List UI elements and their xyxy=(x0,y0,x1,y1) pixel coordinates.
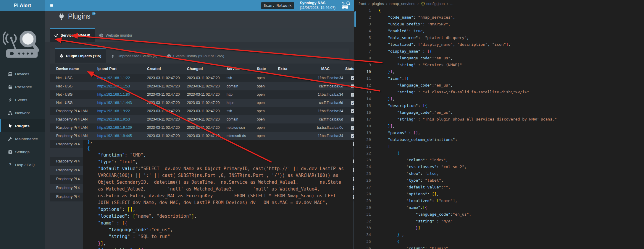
code-line: "css_classes": "col-sm-2", xyxy=(379,163,467,170)
line-number: 21 xyxy=(354,143,371,150)
col-header-status[interactable]: Status xyxy=(345,67,354,71)
breadcrumb-item-[interactable]: ... xyxy=(450,1,453,6)
sidebar-item-presence[interactable]: Presence xyxy=(0,80,45,93)
sidebar-item-network[interactable]: Network xyxy=(0,106,45,119)
subtab-unprocessed-events-0[interactable]: Unprocessed Events (0) xyxy=(106,48,162,63)
col-header-extra[interactable]: Extra xyxy=(278,67,287,71)
code-line: "default_value":"SELECT dv.dev_Name as O… xyxy=(87,165,353,172)
cell-mac: 1f:ba:ff:ca:ba:34 xyxy=(302,109,343,113)
row-checkbox[interactable]: ✔ xyxy=(351,109,354,113)
code-line: "name" : [{ xyxy=(87,220,353,227)
line-number: 36 xyxy=(354,245,371,249)
cell-changed: 2023-03-11 02:47:20 xyxy=(187,117,220,121)
code-line: "string" : "N/A" xyxy=(379,218,453,224)
line-number: 12 xyxy=(354,82,371,89)
row-checkbox[interactable]: ✔ xyxy=(351,93,354,97)
subtab-plugin-objects-115[interactable]: Plugin Objects (115) xyxy=(55,48,106,63)
ip-port-link[interactable]: http://192.168.1.9:445 xyxy=(97,134,132,138)
host-timestamp: (11/03/2023, 15:46:07) xyxy=(300,6,335,10)
breadcrumb-item-nmap-services[interactable]: nmap_services xyxy=(390,1,415,6)
breadcrumb: front›plugins›nmap_services›{}config.jso… xyxy=(354,0,644,7)
code-line: "function": "CMD", xyxy=(87,152,353,159)
col-header-created[interactable]: Created xyxy=(147,67,161,71)
brand-logo[interactable]: Pi.Alert xyxy=(0,0,45,11)
code-line: "language_code":"en_us", xyxy=(379,55,453,61)
code-line: }], xyxy=(379,123,395,129)
ip-port-link[interactable]: http://192.168.1.1:443 xyxy=(97,101,132,105)
line-number: 2 xyxy=(354,14,371,21)
ip-port-link[interactable]: http://192.168.1.1:53 xyxy=(97,84,130,88)
help-badge[interactable]: ? xyxy=(92,12,96,15)
code-line: "name":[{ xyxy=(379,204,427,211)
sidebar-item-plugins[interactable]: Plugins xyxy=(0,119,45,132)
pialert-router-logo xyxy=(3,29,42,63)
line-number: 32 xyxy=(354,218,371,224)
router-scan-icon xyxy=(341,1,351,10)
row-checkbox[interactable]: ✔ xyxy=(351,101,354,105)
cell-state: open xyxy=(257,84,265,88)
breadcrumb-item-plugins[interactable]: plugins xyxy=(372,1,384,6)
ip-port-link[interactable]: http://192.168.1.9:53 xyxy=(97,117,130,121)
line-number: 25 xyxy=(354,170,371,177)
col-header-service[interactable]: Service xyxy=(227,67,240,71)
code-line: { xyxy=(379,238,399,245)
sidebar-item-help-faq[interactable]: ?Help / FAQ xyxy=(0,158,45,171)
col-header-changed[interactable]: Changed xyxy=(187,67,203,71)
breadcrumb-item-config-json[interactable]: {}config.json xyxy=(421,1,445,6)
line-number: 26 xyxy=(354,177,371,184)
sidebar-item-label: Maintenance xyxy=(15,137,38,141)
row-checkbox[interactable]: ✔ xyxy=(351,134,354,138)
ip-port-link[interactable]: http://192.168.1.9:22 xyxy=(97,109,130,113)
chevron-right-icon: › xyxy=(417,1,419,6)
code-line: "default_value":"", xyxy=(379,184,451,191)
line-number: 14 xyxy=(354,95,371,102)
ip-port-link[interactable]: http://192.168.1.9:139 xyxy=(97,126,132,130)
top-navbar: ≡ Scan: Network Synology-NAS (11/03/2023… xyxy=(45,0,354,11)
sidebar-item-devices[interactable]: Devices xyxy=(0,67,45,80)
cell-service: ssh xyxy=(227,109,232,113)
cell-changed: 2023-03-11 02:47:20 xyxy=(187,76,220,80)
sidebar-item-events[interactable]: Events xyxy=(0,93,45,106)
topbar-right-group: Scan: Network Synology-NAS (11/03/2023, … xyxy=(261,1,351,10)
col-header-device-name[interactable]: Device name xyxy=(56,67,79,71)
ip-port-link[interactable]: http://192.168.1.1:80 xyxy=(97,92,130,97)
brand-prefix: Pi. xyxy=(14,3,20,9)
tab-website-monitor[interactable]: Website monitor xyxy=(95,28,137,42)
table-row: Net - USGhttp://192.168.1.1:532023-03-11… xyxy=(50,82,354,90)
cell-state: open xyxy=(257,117,265,121)
sql-config-code-overlay: },{ "function": "CMD", "type": "text", "… xyxy=(83,140,353,249)
line-number: 29 xyxy=(354,197,371,204)
sidebar-item-label: Settings xyxy=(15,150,30,154)
sidebar-item-settings[interactable]: Settings xyxy=(0,145,45,158)
sidebar-item-maintenance[interactable]: Maintenance xyxy=(0,132,45,145)
cell-service: microsoft-ds xyxy=(227,134,246,138)
col-header-mac[interactable]: MAC xyxy=(308,67,343,71)
code-line: "data_source": "pialert-db-query", xyxy=(379,34,469,41)
col-header-state[interactable]: State xyxy=(257,67,266,71)
row-checkbox[interactable]: ✔ xyxy=(351,126,354,130)
tab-services-nmap[interactable]: Services (NMAP) xyxy=(50,28,95,42)
line-number: 8 xyxy=(354,55,371,61)
breadcrumb-item-front[interactable]: front xyxy=(359,1,366,6)
ip-port-link[interactable]: http://192.168.1.1:22 xyxy=(97,76,130,80)
scrollbar-thumb[interactable] xyxy=(354,11,356,27)
hamburger-menu-icon[interactable]: ≡ xyxy=(45,0,58,11)
row-checkbox[interactable]: ✔ xyxy=(351,76,354,80)
code-line: }], xyxy=(379,95,395,102)
line-number: 17 xyxy=(354,116,371,123)
tab-label: Events History (50 out of 1265) xyxy=(173,54,224,58)
subtab-events-history-50-out-of-1265[interactable]: Events History (50 out of 1265) xyxy=(162,48,229,63)
chevron-right-icon: › xyxy=(368,1,370,6)
sidebar-item-label: Help / FAQ xyxy=(15,163,35,167)
row-checkbox[interactable]: ✔ xyxy=(351,118,354,121)
laptop-icon xyxy=(8,72,12,76)
col-header-ip-and-port[interactable]: Ip and Port xyxy=(97,67,117,71)
line-number: 35 xyxy=(354,238,371,245)
cell-state: open xyxy=(257,101,265,105)
sidebar-item-label: Network xyxy=(15,111,30,115)
plug-icon xyxy=(8,124,12,128)
row-checkbox[interactable]: ✔ xyxy=(351,84,354,88)
table-row: Raspberry Pi 4 LANhttp://192.168.1.9:139… xyxy=(50,123,354,132)
cell-device: Raspberry Pi 4 xyxy=(56,177,80,181)
cell-changed: 2023-03-11 02:47:20 xyxy=(187,92,220,97)
